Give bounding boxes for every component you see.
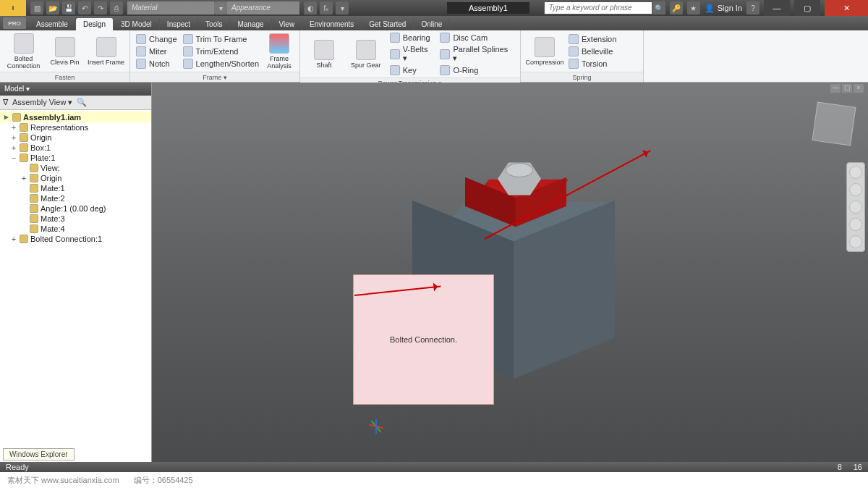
spring-extension[interactable]: Extension: [567, 33, 618, 45]
search-input[interactable]: [544, 1, 652, 14]
power-o-ring[interactable]: O-Ring: [438, 64, 516, 76]
tree-item[interactable]: +Origin: [0, 173, 151, 183]
ribbon: Bolted Connection Clevis Pin Insert Fram…: [0, 30, 868, 83]
window-close[interactable]: ✕: [825, 0, 868, 16]
steering-wheel-icon[interactable]: [849, 166, 862, 179]
tool-icon: [136, 46, 146, 56]
status-text: Ready: [6, 463, 29, 471]
vp-restore-icon[interactable]: ▢: [842, 84, 852, 93]
tree-item[interactable]: Mate:2: [0, 193, 151, 203]
tree-item[interactable]: +Bolted Connection:1: [0, 234, 151, 244]
undo-icon[interactable]: ↶: [78, 1, 91, 14]
node-icon: [30, 164, 38, 172]
tab-design[interactable]: Design: [76, 18, 114, 30]
insert-frame-button[interactable]: Insert Frame: [87, 37, 125, 66]
power-v-belts-[interactable]: V-Belts ▾: [388, 44, 436, 64]
tab-manage[interactable]: Manage: [230, 18, 271, 30]
node-icon: [30, 204, 38, 213]
frame-notch[interactable]: Notch: [135, 58, 179, 70]
model-tree[interactable]: ▸Assembly1.iam +Representations+Origin+B…: [0, 110, 151, 462]
tree-item[interactable]: View:: [0, 163, 151, 173]
power-disc-cam[interactable]: Disc Cam: [438, 32, 516, 43]
spring-torsion[interactable]: Torsion: [567, 58, 618, 70]
app-logo[interactable]: I: [0, 0, 26, 16]
star-icon[interactable]: ★: [687, 1, 700, 14]
material-dropdown[interactable]: Material: [127, 1, 214, 14]
frame-lengthen-shorten[interactable]: Lengthen/Shorten: [182, 58, 260, 70]
compression-button[interactable]: Compression: [525, 37, 564, 66]
print-icon[interactable]: ⎙: [110, 1, 123, 14]
lookat-icon[interactable]: [849, 235, 862, 248]
panel-title-frame[interactable]: Frame ▾: [130, 72, 299, 82]
save-icon[interactable]: 💾: [62, 1, 75, 14]
model-browser: Model ▾ ∇ Assembly View ▾ 🔍 ▸Assembly1.i…: [0, 83, 152, 462]
spring-belleville[interactable]: Belleville: [567, 46, 618, 57]
tab-online[interactable]: Online: [414, 18, 450, 30]
spur-gear-button[interactable]: Spur Gear: [346, 40, 386, 69]
browser-header[interactable]: Model ▾: [0, 83, 151, 96]
find-icon[interactable]: 🔍: [77, 98, 87, 107]
bolted-connection-button[interactable]: Bolted Connection: [4, 33, 43, 70]
key-icon[interactable]: 🔑: [670, 1, 683, 14]
fx-icon[interactable]: fₓ: [320, 1, 333, 14]
tree-item[interactable]: Mate:1: [0, 183, 151, 193]
tree-item[interactable]: Angle:1 (0.00 deg): [0, 203, 151, 214]
tab-environments[interactable]: Environments: [302, 18, 362, 30]
window-maximize[interactable]: ▢: [794, 0, 820, 16]
tab-assemble[interactable]: Assemble: [29, 18, 76, 30]
power-bearing[interactable]: Bearing: [388, 32, 436, 43]
node-icon: [30, 194, 38, 203]
appearance-dropdown[interactable]: Appearance: [227, 1, 299, 14]
power-parallel-splines-[interactable]: Parallel Splines ▾: [438, 44, 516, 64]
help-icon[interactable]: ?: [746, 1, 760, 14]
frame-miter[interactable]: Miter: [135, 46, 179, 57]
open-icon[interactable]: 📂: [46, 1, 59, 14]
pro-badge: PRO: [3, 17, 26, 29]
viewcube[interactable]: [812, 102, 856, 146]
tree-root[interactable]: ▸Assembly1.iam: [0, 112, 151, 122]
tool-icon: [390, 65, 400, 75]
tree-item[interactable]: −Plate:1: [0, 153, 151, 163]
frame-trim-extend[interactable]: Trim/Extend: [182, 46, 260, 57]
sign-in-button[interactable]: 👤Sign In: [705, 4, 742, 13]
pan-icon[interactable]: [849, 183, 862, 196]
tool-icon: [136, 34, 146, 44]
clevis-pin-button[interactable]: Clevis Pin: [46, 37, 84, 66]
search-icon[interactable]: 🔍: [652, 1, 665, 14]
tool-icon: [136, 59, 146, 69]
tree-item[interactable]: +Box:1: [0, 143, 151, 153]
frame-trim-to-frame[interactable]: Trim To Frame: [182, 33, 260, 45]
filter-icon[interactable]: ∇: [3, 98, 8, 107]
redo-icon[interactable]: ↷: [94, 1, 107, 14]
tree-item[interactable]: Mate:4: [0, 224, 151, 234]
assembly-icon: [12, 113, 21, 122]
shaft-icon: [314, 40, 334, 60]
tab-inspect[interactable]: Inspect: [160, 18, 198, 30]
bolt-icon: [14, 33, 34, 54]
more-icon[interactable]: ▾: [336, 1, 349, 14]
tab-tools[interactable]: Tools: [198, 18, 230, 30]
vp-close-icon[interactable]: ×: [854, 84, 864, 93]
shaft-button[interactable]: Shaft: [305, 40, 344, 69]
vp-minimize-icon[interactable]: —: [830, 84, 841, 93]
frame-analysis-button[interactable]: Frame Analysis: [263, 33, 295, 70]
frame-change[interactable]: Change: [135, 33, 179, 45]
window-minimize[interactable]: —: [764, 0, 790, 16]
assembly-view-dropdown[interactable]: Assembly View ▾: [12, 98, 72, 107]
tab-view[interactable]: View: [272, 18, 303, 30]
tab-get-started[interactable]: Get Started: [362, 18, 414, 30]
tree-item[interactable]: +Representations: [0, 122, 151, 132]
bolt-part[interactable]: [494, 156, 545, 199]
material-picker-icon[interactable]: ▾: [214, 1, 227, 14]
tree-item[interactable]: Mate:3: [0, 214, 151, 224]
panel-frame: ChangeMiterNotch Trim To FrameTrim/Exten…: [130, 30, 300, 82]
viewport-3d[interactable]: — ▢ × Bolted Connection.: [152, 83, 868, 462]
orbit-icon[interactable]: [849, 218, 862, 231]
tab-3d-model[interactable]: 3D Model: [114, 18, 160, 30]
power-key[interactable]: Key: [388, 64, 436, 76]
new-icon[interactable]: ▧: [30, 1, 43, 14]
status-num-1: 8: [838, 463, 842, 471]
zoom-icon[interactable]: [849, 201, 862, 214]
tree-item[interactable]: +Origin: [0, 132, 151, 143]
appearance-icon[interactable]: ◐: [304, 1, 317, 14]
